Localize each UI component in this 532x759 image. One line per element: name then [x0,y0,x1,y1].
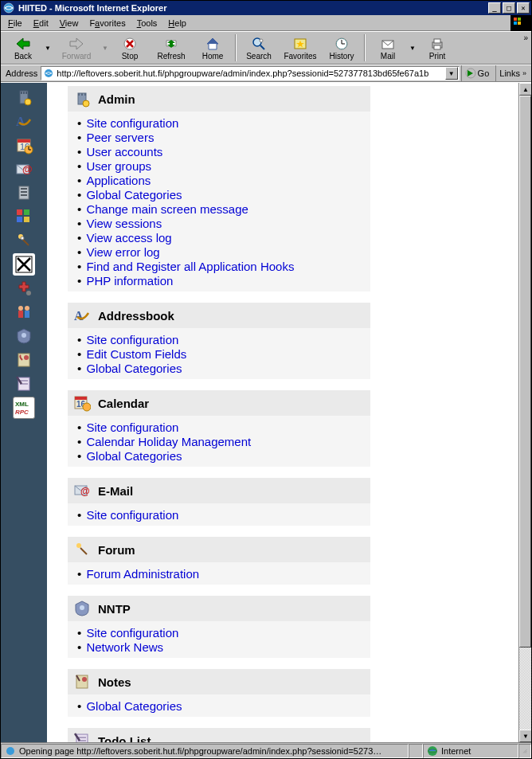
toolbar-separator [235,34,237,61]
home-button[interactable]: Home [192,33,233,63]
admin-link[interactable]: Edit Custom Fields [86,347,186,361]
back-dropdown[interactable]: ▼ [44,33,52,63]
section-title: Calendar [98,397,149,410]
link-row: • Site configuration [76,333,370,347]
bullet: • [77,188,84,201]
section-header: Forum [68,537,370,562]
scroll-track[interactable] [519,96,531,730]
svg-text:@: @ [80,486,90,497]
svg-rect-3 [514,22,517,25]
scroll-down-button[interactable]: ▼ [519,730,531,742]
print-button[interactable]: Print [417,33,458,63]
section-header: NNTP [68,596,370,621]
sidebar-plugin-icon[interactable] [13,277,35,299]
section-links: • Site configuration• Peer servers• User… [68,112,370,291]
links-button[interactable]: Links » [495,65,530,81]
forward-button: Forward [52,33,101,63]
app-sidebar: A 16 @ XMLRPC [1,83,47,742]
toolbar-expand[interactable]: » [523,33,528,42]
home-icon [205,36,221,52]
admin-link[interactable]: Calendar Holiday Management [86,435,251,448]
svg-text:XML: XML [15,401,29,408]
admin-link[interactable]: Site configuration [86,333,178,346]
admin-link[interactable]: View sessions [86,217,162,230]
minimize-button[interactable]: _ [488,2,501,14]
link-row: • View sessions [76,217,370,231]
admin-link[interactable]: User groups [86,159,151,173]
sidebar-filemanager-icon[interactable] [13,182,35,204]
menu-help[interactable]: Help [162,17,192,29]
url-dropdown[interactable]: ▼ [445,67,458,80]
svg-rect-4 [518,22,521,25]
link-row: • Site configuration [76,508,370,522]
menu-edit[interactable]: Edit [28,17,54,29]
sidebar-nntp-icon[interactable] [13,325,35,347]
sidebar-xmlrpc-icon[interactable]: XMLRPC [13,397,35,419]
menu-view[interactable]: View [54,17,84,29]
admin-link[interactable]: Applications [86,174,151,187]
menu-favorites[interactable]: Favorites [84,17,131,29]
admin-link[interactable]: User accounts [86,145,162,158]
admin-link[interactable]: Network News [86,640,163,654]
maximize-button[interactable]: □ [503,2,515,14]
scroll-up-button[interactable]: ▲ [519,83,531,96]
menu-file[interactable]: File [2,17,28,29]
mail-dropdown[interactable]: ▼ [409,33,417,63]
admin-link[interactable]: Site configuration [86,116,178,130]
sidebar-apps-icon[interactable] [13,205,35,228]
section-title: Addressbook [98,309,174,323]
admin-link[interactable]: Site configuration [86,626,178,640]
todo-icon [72,731,92,742]
admin-link[interactable]: View access log [86,231,171,245]
refresh-button[interactable]: Refresh [151,33,192,63]
sidebar-notes-icon[interactable] [13,349,35,371]
status-page-icon [5,745,16,757]
sidebar-email-icon[interactable]: @ [13,158,35,180]
sidebar-calendar-icon[interactable]: 16 [13,134,35,156]
search-button[interactable]: Search [238,33,280,63]
back-button[interactable]: Back [2,33,44,63]
resize-grip[interactable] [518,744,531,758]
admin-link[interactable]: Change main screen message [86,202,248,216]
section-e-mail: @E-Mail• Site configuration [68,478,514,526]
go-button[interactable]: Go [461,65,493,81]
svg-rect-35 [21,188,27,190]
admin-link[interactable]: View error log [86,245,159,259]
history-button[interactable]: History [321,33,362,63]
svg-rect-2 [518,18,521,21]
admin-link[interactable]: Global Categories [86,188,182,201]
svg-point-70 [83,403,91,411]
favorites-button[interactable]: Favorites [280,33,321,63]
admin-link[interactable]: Site configuration [86,421,178,434]
admin-link[interactable]: Forum Administration [86,567,199,581]
mail-button[interactable]: Mail [367,33,409,63]
stop-button[interactable]: Stop [109,33,151,63]
admin-link[interactable]: Global Categories [86,449,182,463]
section-header: Todo List [68,728,370,742]
link-row: • Global Categories [76,188,370,202]
section-title: NNTP [98,602,131,616]
sidebar-addressbook-icon[interactable]: A [13,110,35,132]
admin-link[interactable]: Global Categories [86,362,182,375]
svg-point-51 [25,306,29,311]
url-input[interactable]: http://leftovers.soberit.hut.fi/phpgroup… [41,66,459,80]
link-row: • Find and Register all Application Hook… [76,260,370,274]
admin-link[interactable]: PHP information [86,274,173,288]
admin-link[interactable]: Site configuration [86,508,178,522]
scroll-thumb[interactable] [519,96,531,647]
admin-link[interactable]: Global Categories [86,699,182,713]
sidebar-todo-icon[interactable] [13,373,35,395]
vertical-scrollbar[interactable]: ▲ ▼ [518,83,531,742]
menu-tools[interactable]: Tools [131,17,163,29]
bullet: • [77,131,84,144]
close-button[interactable]: ✕ [517,2,530,14]
svg-rect-41 [24,217,29,222]
admin-link[interactable]: Peer servers [86,131,154,144]
section-title: Notes [98,675,131,689]
history-icon [334,36,350,52]
sidebar-forum-icon[interactable] [13,229,35,252]
sidebar-current-icon[interactable] [13,253,35,276]
sidebar-admin-icon[interactable] [13,86,35,108]
sidebar-people-icon[interactable] [13,301,35,323]
admin-link[interactable]: Find and Register all Application Hooks [86,260,294,273]
